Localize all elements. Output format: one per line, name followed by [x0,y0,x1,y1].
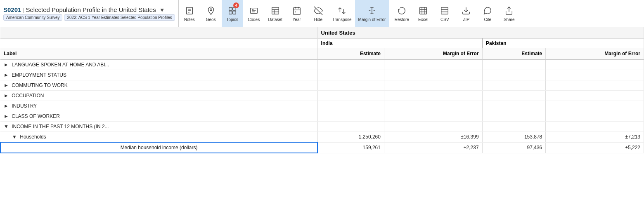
subgeo-empty [0,39,317,48]
table-row: ▼ Households 1,250,260 ±16,399 153,878 ±… [0,132,644,143]
table-row: ► EMPLOYMENT STATUS [0,70,644,80]
table-row: ▼ INCOME IN THE PAST 12 MONTHS (IN 2... [0,122,644,132]
row-label: ► COMMUTING TO WORK [0,80,317,91]
notes-icon [185,5,194,16]
row-label: ► EMPLOYMENT STATUS [0,70,317,80]
median-income-estimate-india: 159,261 [317,142,384,153]
cell-val [384,70,482,80]
cell-val [546,70,644,80]
svg-rect-7 [229,11,232,14]
households-moe-india: ±16,399 [384,132,482,143]
cite-label: Cite [484,17,491,22]
cell-val [317,122,384,132]
households-estimate-pakistan: 153,878 [482,132,546,143]
cell-val [482,59,546,70]
row-label: ▼ Households [0,132,317,143]
cell-val [384,80,482,91]
cell-val [384,59,482,70]
breadcrumb-year[interactable]: 2022: ACS 1-Year Estimates Selected Popu… [64,14,175,21]
svg-rect-5 [229,7,232,10]
cell-val [317,101,384,111]
codes-button[interactable]: Codes [243,0,265,27]
restore-icon [397,5,406,16]
dataset-icon [271,5,280,16]
svg-point-4 [210,9,212,11]
cell-val [317,80,384,91]
excel-label: Excel [418,17,428,22]
table-row: ► COMMUTING TO WORK [0,80,644,91]
expand-icon[interactable]: ► [4,113,9,119]
row-label: ▼ INCOME IN THE PAST 12 MONTHS (IN 2... [0,122,317,132]
svg-text:1: 1 [295,11,296,14]
pakistan-header: Pakistan [482,39,644,48]
geo-header-label-cell [0,27,317,39]
restore-button[interactable]: Restore [391,0,412,27]
csv-button[interactable]: CSV [434,0,455,27]
expand-icon[interactable]: ▼ [12,134,17,140]
cell-val [482,122,546,132]
expand-icon[interactable]: ► [4,62,9,68]
row-label: ► LANGUAGE SPOKEN AT HOME AND ABI... [0,59,317,70]
zip-button[interactable]: ZIP [455,0,477,27]
cell-val [384,101,482,111]
title-dropdown-icon[interactable]: ▼ [159,7,165,13]
share-icon [504,5,514,16]
excel-button[interactable]: Excel [412,0,434,27]
geos-label: Geos [206,17,216,22]
codes-icon [249,5,258,16]
table-row-selected: Median household income (dollars) 159,26… [0,142,644,153]
median-income-label-cell: Median household income (dollars) [0,142,317,153]
breadcrumb-acs[interactable]: American Community Survey [3,14,62,21]
margin-of-error-label: Margin of Error [358,17,386,22]
geo-header-row: United States [0,27,644,39]
svg-rect-8 [233,11,236,14]
cell-val [546,59,644,70]
geos-button[interactable]: Geos [200,0,222,27]
households-moe-pakistan: ±7,213 [546,132,644,143]
year-icon: 1 [292,5,301,16]
hide-icon [314,5,323,16]
dataset-button[interactable]: Dataset [265,0,286,27]
subgeo-row: India Pakistan [0,39,644,48]
median-income-moe-pakistan: ±5,222 [546,142,644,153]
table-body: ► LANGUAGE SPOKEN AT HOME AND ABI... ► E… [0,59,644,153]
margin-of-error-button[interactable]: Margin of Error [355,0,389,27]
data-table-container: United States India Pakistan Label Estim… [0,27,644,153]
svg-rect-13 [272,7,279,14]
notes-button[interactable]: Notes [179,0,200,27]
topics-button[interactable]: 4 Topics [222,0,243,27]
expand-icon[interactable]: ► [4,72,9,78]
transpose-button[interactable]: Transpose [329,0,355,27]
row-label: ► INDUSTRY [0,101,317,111]
table-row: ► LANGUAGE SPOKEN AT HOME AND ABI... [0,59,644,70]
table-code: S0201 [3,6,21,13]
median-income-estimate-pakistan: 97,436 [482,142,546,153]
svg-rect-17 [293,8,300,14]
codes-label: Codes [248,17,260,22]
year-button[interactable]: 1 Year [286,0,308,27]
expand-icon[interactable]: ▼ [4,124,9,129]
breadcrumb: American Community Survey 2022: ACS 1-Ye… [3,14,175,21]
margin-of-error-icon [367,5,376,16]
row-label: ► CLASS OF WORKER [0,111,317,122]
cell-val [482,70,546,80]
hide-button[interactable]: Hide [308,0,329,27]
expand-icon[interactable]: ► [4,103,9,109]
expand-icon[interactable]: ► [4,82,9,88]
cite-button[interactable]: Cite [477,0,498,27]
topics-label: Topics [227,17,238,22]
column-header-row: Label Estimate Margin of Error Estimate … [0,48,644,60]
transpose-icon [337,5,346,16]
cite-icon [483,5,492,16]
cell-val [384,122,482,132]
col-estimate-india: Estimate [317,48,384,60]
cell-val [317,59,384,70]
expand-icon[interactable]: ► [4,93,9,99]
restore-label: Restore [395,17,409,22]
india-header: India [317,39,482,48]
transpose-label: Transpose [332,17,352,22]
zip-icon [462,5,471,16]
share-button[interactable]: Share [498,0,520,27]
cell-val [317,70,384,80]
table-row: ► OCCUPATION [0,91,644,101]
